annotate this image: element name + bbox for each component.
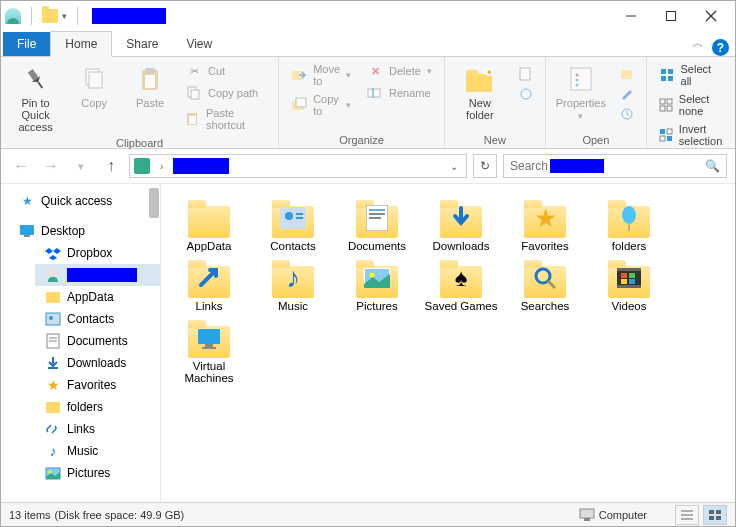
svg-rect-81 bbox=[205, 344, 213, 347]
folder-contacts[interactable]: Contacts bbox=[255, 198, 331, 252]
tree-desktop[interactable]: Desktop bbox=[1, 220, 160, 242]
refresh-button[interactable]: ↻ bbox=[473, 154, 497, 178]
new-item-button[interactable] bbox=[515, 65, 537, 83]
svg-rect-18 bbox=[296, 98, 306, 107]
tree-item-contacts[interactable]: Contacts bbox=[35, 308, 160, 330]
tree-item-appdata[interactable]: AppData bbox=[35, 286, 160, 308]
copy-path-button[interactable]: Copy path bbox=[182, 83, 270, 103]
new-item-icon bbox=[519, 67, 533, 81]
collapse-ribbon-button[interactable]: ︿ bbox=[684, 31, 712, 56]
select-all-icon bbox=[659, 67, 675, 83]
folder-music[interactable]: ♪Music bbox=[255, 258, 331, 312]
svg-rect-83 bbox=[580, 509, 594, 518]
folder-virtual-machines[interactable]: Virtual Machines bbox=[171, 318, 247, 384]
svg-rect-36 bbox=[668, 76, 673, 81]
cut-button[interactable]: ✂Cut bbox=[182, 61, 270, 81]
tree-item-links[interactable]: Links bbox=[35, 418, 160, 440]
tree-quick-access[interactable]: ★Quick access bbox=[1, 190, 160, 212]
copy-to-button[interactable]: Copy to bbox=[287, 91, 355, 119]
navigation-row: ← → ▾ ↑ › ⌄ ↻ Search 🔍 bbox=[1, 149, 735, 183]
tree-dropbox[interactable]: Dropbox bbox=[35, 242, 160, 264]
svg-rect-22 bbox=[466, 70, 478, 76]
tree-item-downloads[interactable]: Downloads bbox=[35, 352, 160, 374]
folder-folders[interactable]: folders bbox=[591, 198, 667, 252]
delete-button[interactable]: ✕Delete bbox=[363, 61, 436, 81]
move-to-button[interactable]: Move to bbox=[287, 61, 355, 89]
folder-label: AppData bbox=[187, 240, 232, 252]
tab-file[interactable]: File bbox=[3, 32, 50, 56]
tree-item-favorites[interactable]: ★Favorites bbox=[35, 374, 160, 396]
music-icon: ♪ bbox=[45, 443, 61, 459]
svg-point-26 bbox=[521, 89, 531, 99]
svg-rect-79 bbox=[629, 279, 635, 284]
properties-button[interactable]: Properties bbox=[554, 61, 608, 123]
scrollbar-thumb[interactable] bbox=[149, 188, 159, 218]
svg-point-71 bbox=[536, 269, 550, 283]
address-dropdown[interactable]: ⌄ bbox=[446, 161, 462, 172]
items-view[interactable]: AppDataContactsDocumentsDownloads★Favori… bbox=[161, 184, 735, 502]
navigation-pane[interactable]: ★Quick access Desktop Dropbox AppDataCon… bbox=[1, 184, 161, 502]
copy-button[interactable]: Copy bbox=[70, 61, 118, 111]
paste-shortcut-button[interactable]: Paste shortcut bbox=[182, 105, 270, 133]
user-folder-icon bbox=[45, 267, 61, 283]
select-none-button[interactable]: Select none bbox=[655, 91, 728, 119]
tree-item-pictures[interactable]: Pictures bbox=[35, 462, 160, 484]
tab-home[interactable]: Home bbox=[50, 31, 112, 57]
tab-share[interactable]: Share bbox=[112, 32, 172, 56]
svg-line-72 bbox=[548, 281, 555, 288]
pin-quick-access-button[interactable]: Pin to Quick access bbox=[9, 61, 62, 135]
address-bar[interactable]: › ⌄ bbox=[129, 154, 467, 178]
folder-label: Documents bbox=[348, 240, 406, 252]
large-icons-view-button[interactable] bbox=[703, 505, 727, 525]
folder-favorites[interactable]: ★Favorites bbox=[507, 198, 583, 252]
maximize-button[interactable] bbox=[651, 1, 691, 31]
easy-access-button[interactable] bbox=[515, 85, 537, 103]
up-button[interactable]: ↑ bbox=[99, 154, 123, 178]
folder-searches[interactable]: Searches bbox=[507, 258, 583, 312]
svg-rect-64 bbox=[369, 209, 385, 211]
new-folder-button[interactable]: ✦ New folder bbox=[453, 61, 507, 123]
tree-user-selected[interactable] bbox=[35, 264, 160, 286]
folder-links[interactable]: Links bbox=[171, 258, 247, 312]
folder-saved-games[interactable]: ♠Saved Games bbox=[423, 258, 499, 312]
recent-locations-button[interactable]: ▾ bbox=[69, 154, 93, 178]
back-button[interactable]: ← bbox=[9, 154, 33, 178]
pictures-overlay-icon bbox=[364, 268, 390, 288]
folder-icon[interactable] bbox=[42, 9, 58, 23]
svg-rect-8 bbox=[89, 72, 102, 88]
svg-point-60 bbox=[285, 212, 293, 220]
folder-label: Videos bbox=[612, 300, 647, 312]
open-item-button[interactable] bbox=[616, 65, 638, 83]
tree-item-folders[interactable]: folders bbox=[35, 396, 160, 418]
minimize-button[interactable] bbox=[611, 1, 651, 31]
invert-selection-button[interactable]: Invert selection bbox=[655, 121, 728, 149]
folder-downloads[interactable]: Downloads bbox=[423, 198, 499, 252]
select-all-button[interactable]: Select all bbox=[655, 61, 728, 89]
folder-pictures[interactable]: Pictures bbox=[339, 258, 415, 312]
svg-rect-38 bbox=[667, 99, 672, 104]
history-button[interactable] bbox=[616, 105, 638, 123]
tree-item-music[interactable]: ♪Music bbox=[35, 440, 160, 462]
svg-rect-19 bbox=[368, 89, 380, 97]
rename-button[interactable]: Rename bbox=[363, 83, 436, 103]
edit-button[interactable] bbox=[616, 85, 638, 103]
tab-view[interactable]: View bbox=[172, 32, 226, 56]
folder-label: Links bbox=[196, 300, 223, 312]
forward-button[interactable]: → bbox=[39, 154, 63, 178]
location-user-icon bbox=[134, 158, 150, 174]
paste-button[interactable]: Paste bbox=[126, 61, 174, 111]
pictures-icon bbox=[45, 465, 61, 481]
tree-item-documents[interactable]: Documents bbox=[35, 330, 160, 352]
svg-rect-88 bbox=[709, 510, 714, 514]
details-view-button[interactable] bbox=[675, 505, 699, 525]
folder-videos[interactable]: Videos bbox=[591, 258, 667, 312]
help-icon[interactable]: ? bbox=[712, 39, 729, 56]
search-box[interactable]: Search 🔍 bbox=[503, 154, 727, 178]
rename-icon bbox=[367, 85, 383, 101]
close-button[interactable] bbox=[691, 1, 731, 31]
folder-appdata[interactable]: AppData bbox=[171, 198, 247, 252]
tree-user-redacted bbox=[67, 268, 137, 282]
quick-access-icon: ★ bbox=[19, 193, 35, 209]
folder-documents[interactable]: Documents bbox=[339, 198, 415, 252]
svg-rect-6 bbox=[37, 82, 43, 89]
